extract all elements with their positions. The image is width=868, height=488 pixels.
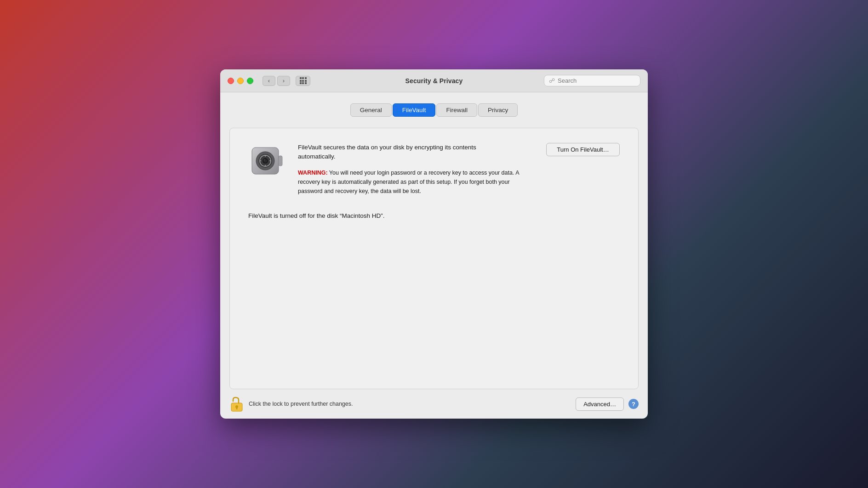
filevault-top-section: FileVault secures the data on your disk … bbox=[248, 143, 620, 196]
svg-point-11 bbox=[264, 159, 265, 161]
filevault-warning: WARNING: You will need your login passwo… bbox=[298, 168, 533, 196]
bottom-actions: Advanced… ? bbox=[576, 397, 639, 411]
minimize-button[interactable] bbox=[237, 78, 244, 84]
tab-general[interactable]: General bbox=[350, 103, 392, 117]
maximize-button[interactable] bbox=[247, 78, 253, 84]
lock-status-text: Click the lock to prevent further change… bbox=[249, 401, 353, 407]
tab-privacy[interactable]: Privacy bbox=[478, 103, 518, 117]
titlebar: ‹ › Security & Privacy ☍ bbox=[220, 69, 648, 92]
content-area: General FileVault Firewall Privacy bbox=[220, 92, 648, 419]
traffic-lights bbox=[228, 78, 253, 84]
tab-firewall[interactable]: Firewall bbox=[436, 103, 477, 117]
grid-icon bbox=[300, 77, 307, 84]
help-button[interactable]: ? bbox=[628, 399, 639, 409]
filevault-description-area: FileVault secures the data on your disk … bbox=[298, 143, 533, 196]
turn-on-filevault-button[interactable]: Turn On FileVault… bbox=[546, 143, 620, 156]
advanced-button[interactable]: Advanced… bbox=[576, 397, 624, 411]
search-icon: ☍ bbox=[549, 77, 555, 84]
window-title: Security & Privacy bbox=[405, 77, 463, 85]
tab-filevault[interactable]: FileVault bbox=[393, 103, 436, 117]
system-preferences-window: ‹ › Security & Privacy ☍ General FileVau… bbox=[220, 69, 648, 419]
warning-label: WARNING: bbox=[298, 170, 328, 176]
tab-bar: General FileVault Firewall Privacy bbox=[220, 103, 648, 117]
warning-body: You will need your login password or a r… bbox=[298, 170, 519, 194]
bottom-bar: Click the lock to prevent further change… bbox=[220, 389, 648, 419]
svg-rect-14 bbox=[236, 407, 238, 409]
nav-buttons: ‹ › bbox=[263, 76, 290, 86]
close-button[interactable] bbox=[228, 78, 234, 84]
svg-rect-1 bbox=[279, 156, 282, 166]
lock-icon bbox=[229, 396, 244, 412]
lock-button[interactable]: Click the lock to prevent further change… bbox=[229, 396, 353, 412]
search-bar[interactable]: ☍ bbox=[544, 75, 640, 86]
grid-view-button[interactable] bbox=[296, 76, 310, 86]
back-button[interactable]: ‹ bbox=[263, 76, 275, 86]
filevault-description: FileVault secures the data on your disk … bbox=[298, 143, 482, 162]
filevault-panel: FileVault secures the data on your disk … bbox=[229, 128, 639, 389]
forward-button[interactable]: › bbox=[277, 76, 290, 86]
search-input[interactable] bbox=[558, 77, 635, 84]
vault-icon bbox=[248, 143, 285, 180]
filevault-status: FileVault is turned off for the disk “Ma… bbox=[248, 212, 620, 219]
